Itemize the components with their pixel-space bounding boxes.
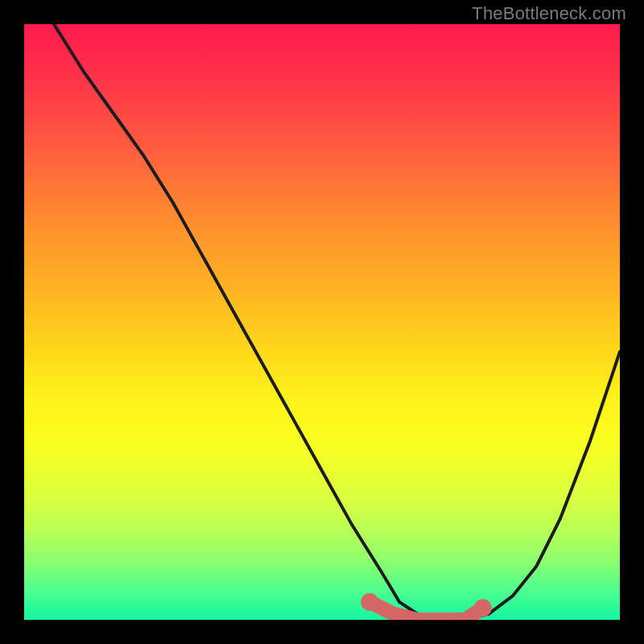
chart-frame: TheBottleneck.com bbox=[0, 0, 644, 644]
bottleneck-curve bbox=[54, 24, 620, 620]
watermark-text: TheBottleneck.com bbox=[472, 3, 626, 24]
highlight-segment bbox=[369, 602, 483, 620]
highlight-dot-right bbox=[474, 599, 492, 617]
highlight-dot-left bbox=[361, 593, 378, 611]
plot-area bbox=[24, 24, 620, 620]
curve-layer bbox=[24, 24, 620, 620]
